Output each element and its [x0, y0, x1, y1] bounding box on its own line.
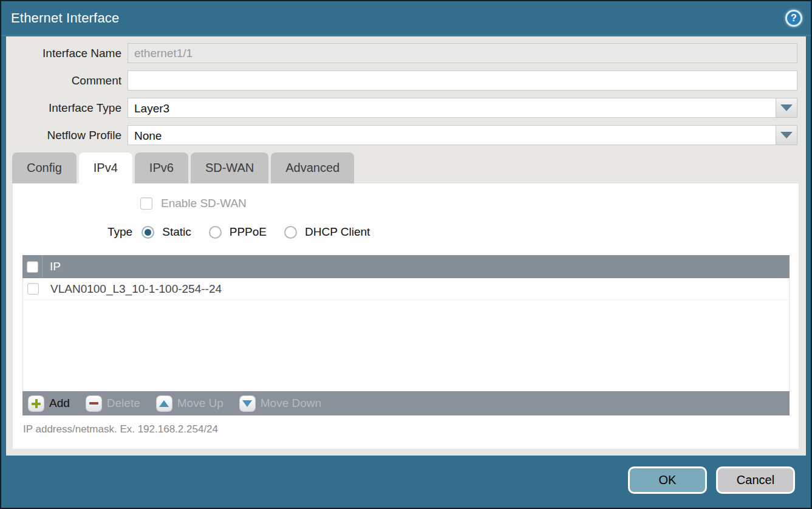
ip-table-body: VLAN0100_L3_10-1-100-254--24: [22, 278, 790, 391]
netflow-profile-dropdown-button[interactable]: [776, 125, 797, 145]
move-down-button[interactable]: Move Down: [240, 396, 321, 411]
form-row-netflow-profile: Netflow Profile None: [6, 125, 806, 145]
form-row-comment: Comment: [6, 70, 806, 91]
radio-label-dhcp-client: DHCP Client: [305, 225, 370, 239]
comment-field[interactable]: [128, 70, 797, 91]
dialog-content: Interface Name Comment Interface Type La…: [6, 36, 806, 456]
select-all-checkbox[interactable]: [27, 261, 38, 273]
form-row-interface-type: Interface Type Layer3: [6, 98, 806, 118]
enable-sdwan-row: Enable SD-WAN: [13, 197, 799, 210]
move-up-button[interactable]: Move Up: [157, 396, 223, 411]
chevron-down-icon: [780, 132, 793, 138]
tab-ipv6[interactable]: IPv6: [135, 152, 188, 183]
arrow-up-icon: [157, 396, 172, 411]
ip-hint-text: IP address/netmask. Ex. 192.168.2.254/24: [13, 415, 799, 436]
row-checkbox[interactable]: [27, 283, 39, 295]
interface-type-value: Layer3: [128, 98, 776, 117]
radio-option-dhcp-client[interactable]: DHCP Client: [284, 225, 370, 239]
plus-icon: [29, 396, 44, 411]
enable-sdwan-label: Enable SD-WAN: [161, 197, 247, 210]
add-button[interactable]: Add: [29, 396, 70, 411]
titlebar: Ethernet Interface ?: [1, 1, 811, 36]
dialog-title: Ethernet Interface: [11, 10, 119, 26]
radio-option-static[interactable]: Static: [142, 225, 191, 239]
delete-button[interactable]: Delete: [86, 396, 140, 411]
help-icon[interactable]: ?: [785, 10, 802, 27]
tab-config[interactable]: Config: [12, 152, 77, 183]
interface-name-field: [128, 43, 797, 63]
minus-icon: [86, 396, 101, 411]
ip-column-header: IP: [43, 260, 61, 273]
radio-label-pppoe: PPPoE: [230, 225, 267, 239]
radio-icon-dhcp-client[interactable]: [284, 226, 297, 239]
comment-label: Comment: [6, 74, 128, 87]
tab-sdwan[interactable]: SD-WAN: [191, 152, 268, 183]
enable-sdwan-checkbox: [140, 197, 152, 210]
tab-strip: Config IPv4 IPv6 SD-WAN Advanced: [6, 152, 806, 183]
netflow-profile-label: Netflow Profile: [6, 129, 128, 142]
netflow-profile-select[interactable]: None: [128, 125, 797, 145]
type-label: Type: [107, 225, 132, 239]
chevron-down-icon: [780, 104, 793, 111]
interface-type-dropdown-button[interactable]: [776, 98, 797, 118]
ok-button[interactable]: OK: [628, 466, 707, 494]
tab-advanced[interactable]: Advanced: [271, 152, 354, 183]
radio-option-pppoe[interactable]: PPPoE: [209, 225, 267, 239]
arrow-down-icon: [240, 396, 255, 411]
radio-label-static: Static: [162, 225, 191, 239]
ip-table-header: IP: [22, 255, 790, 278]
footer-bar: OK Cancel: [1, 456, 811, 508]
tab-ipv4[interactable]: IPv4: [79, 152, 132, 183]
interface-type-select[interactable]: Layer3: [128, 98, 797, 118]
interface-name-label: Interface Name: [6, 47, 128, 60]
form-row-interface-name: Interface Name: [6, 43, 806, 63]
type-radio-row: Type Static PPPoE DHCP Client: [13, 225, 799, 239]
table-row[interactable]: VLAN0100_L3_10-1-100-254--24: [23, 278, 789, 300]
ip-table: IP VLAN0100_L3_10-1-100-254--24 Add: [22, 255, 790, 415]
cancel-button[interactable]: Cancel: [716, 466, 795, 494]
netflow-profile-value: None: [128, 126, 776, 145]
radio-icon-static[interactable]: [142, 226, 154, 239]
ip-row-value: VLAN0100_L3_10-1-100-254--24: [43, 282, 222, 296]
ipv4-tab-panel: Enable SD-WAN Type Static PPPoE DHCP Cli…: [13, 183, 799, 449]
ethernet-interface-dialog: Ethernet Interface ? Interface Name Comm…: [0, 0, 812, 509]
radio-icon-pppoe[interactable]: [209, 226, 222, 239]
table-toolbar: Add Delete Move Up Move Down: [22, 391, 790, 415]
interface-type-label: Interface Type: [6, 101, 128, 115]
